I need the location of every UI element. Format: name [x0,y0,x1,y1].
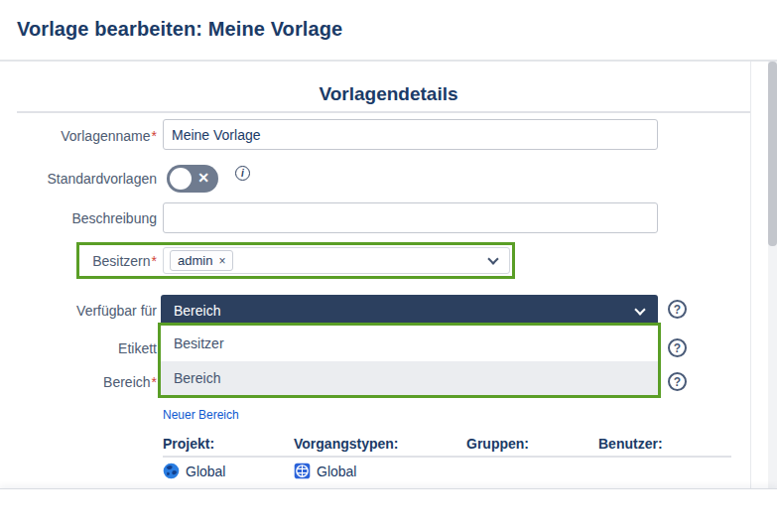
section-heading: Vorlagendetails [0,83,777,105]
available-for-select[interactable]: Bereich [161,295,658,326]
available-for-selected-value: Bereich [174,303,220,319]
default-templates-label: Standardvorlagen [0,171,157,187]
label-field-label: Etikett [0,340,157,356]
info-icon[interactable]: i [235,166,250,181]
scope-help-icon[interactable]: ? [668,372,687,391]
template-name-label-text: Vorlagenname [61,128,150,144]
available-for-dropdown: Besitzer Bereich [161,326,658,395]
globe-square-icon [294,463,311,479]
help-glyph: ? [674,375,681,389]
dialog-footer: Hilfe Aktualisieren Abbrechen [0,488,777,532]
owner-tag-admin: admin × [170,250,233,271]
required-marker: * [152,128,157,144]
dropdown-option-bereich[interactable]: Bereich [161,361,658,395]
template-name-input[interactable] [163,119,658,150]
table-row-projekt-cell: Global [163,463,225,479]
column-header-vorgangstypen: Vorgangstypen: [294,436,399,452]
required-marker: * [152,253,157,269]
scope-label: Bereich* [0,374,157,390]
column-header-gruppen: Gruppen: [466,436,529,452]
info-icon-glyph: i [241,168,244,179]
section-divider [17,111,751,113]
owners-multiselect[interactable]: admin × [163,247,510,274]
vorgangstypen-global-label: Global [317,464,356,479]
dialog-header: Vorlage bearbeiten: Meine Vorlage [0,0,777,62]
table-divider [163,456,731,458]
help-glyph: ? [674,303,681,317]
chevron-down-icon [634,304,645,315]
column-header-projekt: Projekt: [163,436,214,452]
globe-icon [163,463,180,479]
toggle-knob [170,168,192,190]
owner-tag-label: admin [178,253,212,268]
content-edge-divider [750,62,751,488]
dialog-title: Vorlage bearbeiten: Meine Vorlage [17,18,342,41]
available-for-label: Verfügbar für [0,303,157,319]
new-scope-link[interactable]: Neuer Bereich [163,408,239,422]
description-label: Beschreibung [0,210,157,226]
owners-label-text: Besitzern [92,253,150,269]
required-marker: * [152,374,157,390]
template-name-label: Vorlagenname* [0,128,157,144]
toggle-off-x-icon: ✕ [197,170,209,186]
default-templates-toggle[interactable]: ✕ [167,165,218,193]
description-input[interactable] [163,202,658,233]
table-row-vorgangstypen-cell: Global [294,463,356,479]
scrollbar-thumb[interactable] [768,62,777,246]
available-for-help-icon[interactable]: ? [668,300,687,319]
edit-template-dialog: Vorlage bearbeiten: Meine Vorlage Vorlag… [0,0,777,532]
projekt-global-label: Global [186,464,225,479]
scope-label-text: Bereich [103,374,150,390]
owners-label: Besitzern* [0,253,157,269]
help-glyph: ? [674,341,681,355]
column-header-benutzer: Benutzer: [598,436,663,452]
remove-tag-icon[interactable]: × [218,255,225,267]
label-field-help-icon[interactable]: ? [668,338,687,357]
dropdown-option-besitzer[interactable]: Besitzer [161,326,658,361]
